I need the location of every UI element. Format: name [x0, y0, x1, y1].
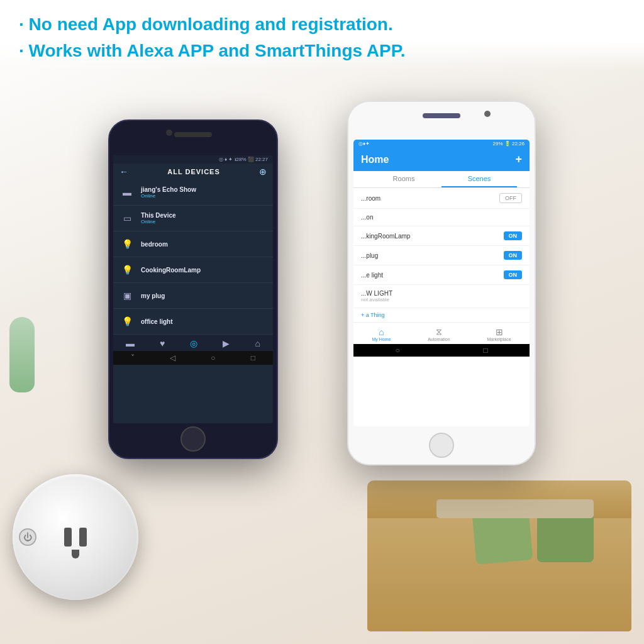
alexa-bottom-nav: ▬ ♥ ◎ ▶ ⌂ — [113, 335, 273, 351]
alexa-add-button[interactable]: ⊕ — [259, 167, 267, 177]
smartthings-screen: ◎♦✦ 29% 🔋 22:26 Home + Rooms Scenes ...r… — [353, 140, 530, 426]
st-nav-label-1: My Home — [372, 337, 391, 341]
st-home-icon: ⌂ — [372, 327, 391, 337]
plug-body: ⏻ — [13, 474, 138, 600]
st-nav-myhome[interactable]: ⌂ My Home — [372, 327, 391, 341]
alexa-device-1[interactable]: ▬ jiang's Echo Show Online — [113, 180, 273, 206]
alexa-device-name-6: office light — [141, 318, 267, 325]
alexa-title: ALL DEVICES — [167, 168, 220, 175]
st-nav-label-3: Marketplace — [487, 337, 511, 341]
st-bottom-nav: ⌂ My Home ⧖ Automation ⊞ Marketplace — [353, 322, 530, 344]
alexa-nav-alexa-icon[interactable]: ◎ — [190, 338, 197, 348]
alexa-status-bar: ◎ ♦ ✦ ᵻ28% ⬛ 22:27 — [113, 155, 273, 164]
st-tab-scenes[interactable]: Scenes — [441, 171, 517, 187]
st-device-6[interactable]: ...W LIGHT not available — [353, 285, 530, 308]
st-nav-automation[interactable]: ⧖ Automation — [428, 326, 450, 341]
alexa-device-name-4: CookingRoomLamp — [141, 267, 267, 274]
st-device-name-4: ...plug — [361, 252, 378, 259]
alexa-screen: ◎ ♦ ✦ ᵻ28% ⬛ 22:27 ← ALL DEVICES ⊕ ▬ jia… — [113, 155, 273, 423]
st-status-bar: ◎♦✦ 29% 🔋 22:26 — [353, 140, 530, 148]
phone-back-home[interactable] — [429, 433, 454, 458]
alexa-device-status-2: Online — [141, 219, 267, 225]
phone-front-speaker — [174, 132, 212, 137]
alexa-device-6[interactable]: 💡 office light — [113, 309, 273, 335]
st-device-name-6: ...W LIGHT — [361, 290, 392, 297]
plug-power-button[interactable]: ⏻ — [19, 528, 36, 546]
alexa-device-icon-5: ▣ — [119, 288, 135, 303]
st-header: Home + — [353, 148, 530, 171]
alexa-status-text: ◎ ♦ ✦ ᵻ28% ⬛ 22:27 — [219, 157, 268, 162]
phone-front-home[interactable] — [180, 426, 206, 452]
st-tab-rooms[interactable]: Rooms — [366, 171, 441, 187]
android-recents-icon[interactable]: ○ — [211, 353, 215, 362]
st-device-name-1: ...room — [361, 195, 380, 202]
ios-nav: ○ □ — [353, 344, 530, 357]
alexa-device-icon-3: 💡 — [119, 236, 135, 252]
alexa-device-icon-4: 💡 — [119, 262, 135, 277]
alexa-back-button[interactable]: ← — [119, 167, 128, 177]
alexa-device-info-6: office light — [141, 318, 267, 325]
plug-slot-ground — [72, 550, 79, 558]
st-automation-icon: ⧖ — [428, 326, 450, 337]
alexa-device-info-1: jiang's Echo Show Online — [141, 186, 267, 199]
st-device-list: ...room OFF ...on ...kingRoomLamp ON ...… — [353, 188, 530, 322]
st-nav-marketplace[interactable]: ⊞ Marketplace — [487, 327, 511, 341]
alexa-device-2[interactable]: ▭ This Device Online — [113, 206, 273, 231]
alexa-device-info-2: This Device Online — [141, 212, 267, 225]
st-title: Home — [361, 154, 389, 165]
plug-slot-right — [79, 528, 87, 547]
pillow-1 — [537, 512, 594, 562]
st-toggle-5[interactable]: ON — [504, 270, 523, 279]
alexa-device-status-1: Online — [141, 193, 267, 199]
st-device-name-2: ...on — [361, 214, 373, 221]
alexa-nav-play-icon[interactable]: ▶ — [223, 338, 230, 348]
ios-home-icon[interactable]: □ — [483, 346, 487, 355]
alexa-device-name-1: jiang's Echo Show — [141, 186, 267, 193]
alexa-header: ← ALL DEVICES ⊕ — [113, 164, 273, 180]
alexa-device-4[interactable]: 💡 CookingRoomLamp — [113, 257, 273, 283]
phone-back-camera — [484, 111, 491, 117]
st-device-2[interactable]: ...on — [353, 209, 530, 226]
alexa-device-5[interactable]: ▣ my plug — [113, 283, 273, 309]
phone-front-camera — [166, 130, 172, 136]
st-device-name-5: ...e light — [361, 272, 383, 279]
st-device-5[interactable]: ...e light ON — [353, 265, 530, 285]
vase — [9, 317, 35, 392]
st-status-right: 29% 🔋 22:26 — [493, 141, 525, 147]
st-add-thing-link[interactable]: + a Thing — [353, 308, 530, 322]
alexa-device-icon-2: ▭ — [119, 211, 135, 226]
st-add-button[interactable]: + — [515, 153, 522, 166]
alexa-phone: ◎ ♦ ✦ ᵻ28% ⬛ 22:27 ← ALL DEVICES ⊕ ▬ jia… — [108, 119, 278, 459]
plug-slot-left — [64, 528, 72, 547]
alexa-device-info-5: my plug — [141, 292, 267, 299]
phone-back-speaker — [423, 113, 460, 118]
st-device-4[interactable]: ...plug ON — [353, 246, 530, 265]
header-line1: · No need App downloading and registrati… — [19, 11, 625, 38]
st-marketplace-icon: ⊞ — [487, 327, 511, 337]
st-toggle-4[interactable]: ON — [504, 251, 523, 260]
android-nav: ˅ ◁ ○ □ — [113, 351, 273, 365]
alexa-device-3[interactable]: 💡 bedroom — [113, 231, 273, 257]
alexa-device-name-2: This Device — [141, 212, 267, 219]
st-tabs: Rooms Scenes — [353, 171, 530, 188]
phones-container: ◎♦✦ 29% 🔋 22:26 Home + Rooms Scenes ...r… — [108, 82, 536, 522]
alexa-device-name-5: my plug — [141, 292, 267, 299]
alexa-nav-home-icon[interactable]: ⌂ — [255, 338, 260, 348]
ios-back-icon[interactable]: ○ — [395, 346, 399, 355]
header-line2: · Works with Alexa APP and SmartThings A… — [19, 38, 625, 64]
st-device-status-6: not available — [361, 297, 392, 303]
st-device-3[interactable]: ...kingRoomLamp ON — [353, 226, 530, 246]
st-device-1[interactable]: ...room OFF — [353, 188, 530, 209]
plug-power-icon: ⏻ — [23, 532, 32, 542]
alexa-nav-devices-icon[interactable]: ▬ — [126, 338, 135, 348]
android-back-icon[interactable]: ˅ — [131, 353, 135, 362]
android-apps-icon[interactable]: □ — [251, 353, 255, 362]
alexa-nav-routines-icon[interactable]: ♥ — [160, 338, 165, 348]
android-home-icon[interactable]: ◁ — [170, 353, 175, 362]
alexa-device-list: ▬ jiang's Echo Show Online ▭ This Device… — [113, 180, 273, 335]
alexa-device-info-4: CookingRoomLamp — [141, 267, 267, 274]
st-toggle-3[interactable]: ON — [504, 231, 523, 240]
alexa-device-name-3: bedroom — [141, 241, 267, 248]
st-toggle-1[interactable]: OFF — [499, 193, 522, 203]
st-nav-label-2: Automation — [428, 337, 450, 341]
